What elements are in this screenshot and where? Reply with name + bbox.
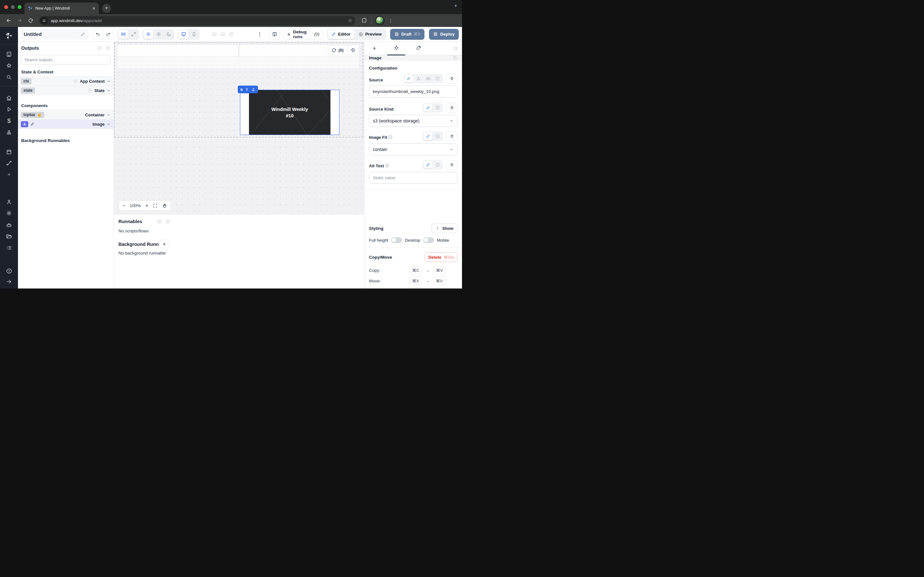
zoom-out-button[interactable]: − <box>122 203 125 209</box>
chevron-down-icon[interactable] <box>107 79 111 83</box>
search-icon[interactable] <box>0 74 18 81</box>
collapse-runnables-icon[interactable] <box>157 219 162 224</box>
site-settings-icon[interactable] <box>40 17 48 24</box>
deploy-button[interactable]: Deploy <box>429 29 459 40</box>
workspace-icon[interactable] <box>0 51 18 57</box>
expand-canvas-button[interactable] <box>129 30 138 39</box>
eval-function-icon[interactable]: f <box>433 104 442 111</box>
outputs-search-input[interactable] <box>21 55 111 64</box>
undo-button[interactable] <box>93 29 103 39</box>
topbar-container-cell[interactable] <box>118 45 238 56</box>
theme-light-sun-icon[interactable] <box>153 30 163 39</box>
fit-view-icon[interactable] <box>153 203 158 208</box>
show-styling-button[interactable]: Show <box>431 223 457 233</box>
pan-hand-icon[interactable] <box>162 203 167 208</box>
theme-dark-moon-icon[interactable] <box>164 30 174 39</box>
chevron-down-icon[interactable] <box>107 89 111 93</box>
runs-play-icon[interactable] <box>0 106 18 113</box>
full-height-desktop-toggle[interactable] <box>391 237 402 243</box>
variables-dollar-icon[interactable]: $ <box>0 117 18 124</box>
docs-book-button[interactable] <box>269 29 280 40</box>
settings-gear-icon[interactable] <box>0 210 18 216</box>
close-window-button[interactable] <box>4 5 8 9</box>
container-row[interactable] <box>118 57 359 68</box>
toggle-bottom-panel-icon[interactable] <box>220 31 226 37</box>
output-row-state[interactable]: state State <box>18 85 113 95</box>
maximize-window-button[interactable] <box>18 5 21 9</box>
static-pencil-icon[interactable] <box>404 75 413 82</box>
ctx-badge[interactable]: ctx <box>21 78 31 84</box>
image-fit-select[interactable]: contain <box>369 143 457 155</box>
outputs-doc-icon[interactable] <box>105 45 110 51</box>
minimize-window-button[interactable] <box>11 5 15 9</box>
resources-cubes-icon[interactable] <box>0 129 18 136</box>
desktop-view-button[interactable] <box>179 30 188 39</box>
component-settings-tab[interactable] <box>391 42 402 55</box>
connect-plug-button[interactable] <box>446 160 457 169</box>
styling-tab[interactable] <box>413 42 423 55</box>
zoom-in-button[interactable]: + <box>145 203 148 209</box>
back-button[interactable] <box>4 16 13 25</box>
home-icon[interactable] <box>0 95 18 101</box>
static-pencil-icon[interactable] <box>423 161 433 169</box>
component-row-a[interactable]: a Image <box>18 119 113 129</box>
eval-function-icon[interactable]: f <box>433 75 442 82</box>
static-pencil-icon[interactable] <box>423 104 433 111</box>
cloud-upload-icon[interactable] <box>423 75 433 82</box>
static-pencil-icon[interactable] <box>423 132 433 140</box>
profile-avatar[interactable] <box>375 16 384 25</box>
extensions-puzzle-icon[interactable] <box>361 18 367 24</box>
new-tab-button[interactable]: + <box>102 4 111 13</box>
windmill-logo-icon[interactable] <box>0 32 18 40</box>
toggle-right-panel-icon[interactable] <box>228 31 234 37</box>
center-layout-button[interactable] <box>118 30 128 39</box>
connect-plug-button[interactable] <box>446 103 457 113</box>
mobile-view-button[interactable] <box>189 30 199 39</box>
rename-pencil-icon[interactable] <box>30 122 35 126</box>
toolbar-kebab-menu[interactable]: ⋮ <box>257 31 262 37</box>
app-title-field[interactable]: Untitled <box>21 29 89 40</box>
component-row-topbar[interactable]: topbar☝ Container <box>18 110 113 119</box>
folders-icon[interactable] <box>0 233 18 239</box>
help-icon[interactable]: ? <box>0 268 18 274</box>
collapse-inspector-icon[interactable] <box>453 46 458 51</box>
workers-robot-icon[interactable] <box>0 222 18 228</box>
state-badge[interactable]: state <box>21 87 35 93</box>
redo-button[interactable] <box>103 29 113 39</box>
collapse-rail-arrow-icon[interactable] <box>0 279 18 285</box>
browser-menu-icon[interactable]: ⋮ <box>388 20 393 21</box>
add-plus-icon[interactable]: + <box>0 171 18 178</box>
upload-icon[interactable] <box>414 75 423 82</box>
output-row-ctx[interactable]: ctx App Context <box>18 76 113 86</box>
user-icon[interactable] <box>0 199 18 205</box>
delete-component-button[interactable]: Delete ⌘Del <box>425 252 457 262</box>
component-doc-icon[interactable] <box>452 55 457 60</box>
logs-list-icon[interactable] <box>0 245 18 251</box>
source-value-input[interactable]: keynote/thumbnail_weekly_10.png <box>369 85 457 97</box>
favorites-star-icon[interactable] <box>0 63 18 69</box>
chevron-down-icon[interactable] <box>107 113 111 117</box>
connect-plug-button[interactable] <box>446 74 457 83</box>
app-canvas[interactable]: (0) a <box>114 42 364 214</box>
draft-button[interactable]: Draft ⌘S <box>390 29 425 40</box>
selected-component-chip[interactable]: a <box>238 85 258 93</box>
toggle-left-panel-icon[interactable] <box>212 31 217 37</box>
browser-tab[interactable]: New App | Windmill ✕ <box>24 3 99 14</box>
collapse-outputs-icon[interactable] <box>97 45 102 51</box>
full-height-mobile-toggle[interactable] <box>423 237 434 243</box>
chevron-up-icon[interactable] <box>107 122 111 126</box>
add-background-runnable-button[interactable]: + <box>159 239 170 250</box>
insert-component-tab[interactable]: + <box>369 42 380 55</box>
url-bar[interactable]: app.windmill.dev/apps/add ☆ <box>39 16 355 25</box>
eval-function-icon[interactable]: f <box>433 132 442 140</box>
tab-close-icon[interactable]: ✕ <box>92 6 95 11</box>
editor-tab[interactable]: Editor <box>328 29 354 39</box>
debug-runs-button[interactable]: Debug runs (0) <box>283 29 323 40</box>
flows-route-icon[interactable] <box>0 160 18 166</box>
tab-search-chevron-icon[interactable]: ▼ <box>454 4 457 8</box>
refresh-components-button[interactable]: (0) <box>328 45 347 55</box>
alt-text-input[interactable] <box>369 172 457 184</box>
a-badge[interactable]: a <box>21 121 28 127</box>
reload-button[interactable] <box>26 16 35 25</box>
theme-auto-button[interactable] <box>144 30 153 39</box>
